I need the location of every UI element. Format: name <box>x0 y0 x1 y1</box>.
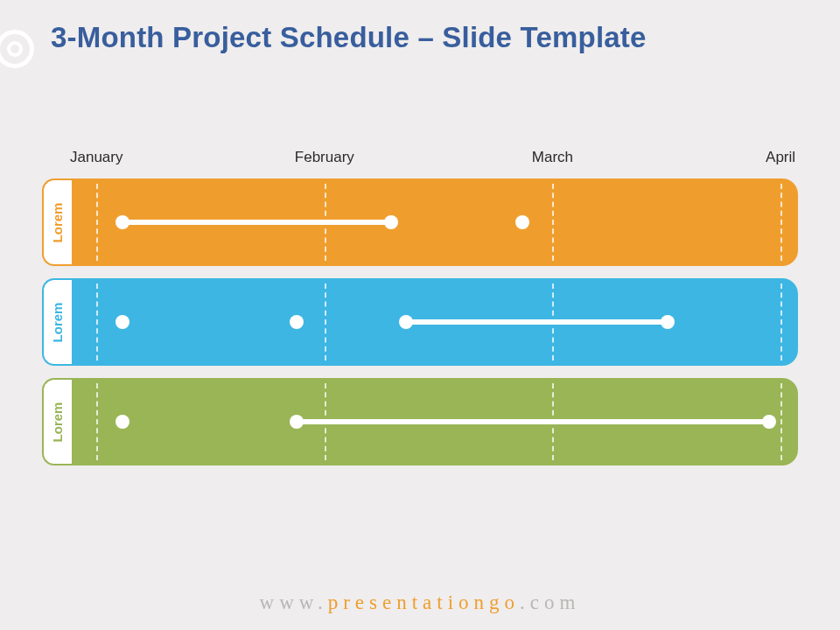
row-bar <box>72 278 798 366</box>
timeline-dot <box>661 315 675 329</box>
row-tab: Lorem <box>42 278 72 366</box>
row-bar <box>72 378 798 466</box>
month-gridline <box>96 284 98 360</box>
timeline-segment <box>297 419 769 424</box>
month-axis: January February March April <box>72 149 798 175</box>
schedule-chart: January February March April Lorem <box>42 149 798 481</box>
month-gridline <box>780 184 782 261</box>
footer-post: .com <box>520 592 580 613</box>
month-label: March <box>532 149 573 166</box>
row-bar <box>72 178 798 266</box>
month-gridline <box>552 184 554 261</box>
month-label: January <box>70 149 122 166</box>
month-label: April <box>766 149 795 166</box>
schedule-row: Lorem <box>42 278 798 366</box>
month-label: February <box>295 149 354 166</box>
schedule-rows: Lorem Lorem <box>42 178 798 466</box>
slide-title: 3-Month Project Schedule – Slide Templat… <box>51 19 805 56</box>
schedule-row: Lorem <box>42 378 798 466</box>
footer-pre: www. <box>260 592 328 613</box>
month-gridline <box>96 383 98 460</box>
row-tab-label: Lorem <box>51 202 66 242</box>
timeline-segment <box>406 319 668 325</box>
title-ornament-icon <box>0 30 34 68</box>
row-tab: Lorem <box>42 178 72 266</box>
timeline-dot <box>116 315 130 329</box>
schedule-row: Lorem <box>42 178 798 266</box>
timeline-dot <box>290 315 304 329</box>
timeline-dot <box>290 415 304 429</box>
timeline-dot <box>384 215 398 229</box>
timeline-segment <box>122 220 391 225</box>
footer-watermark: www.presentationgo.com <box>0 592 840 614</box>
footer-brand: presentationgo <box>328 592 520 613</box>
month-gridline <box>780 383 782 460</box>
timeline-dot <box>515 215 529 229</box>
timeline-dot <box>762 415 776 429</box>
month-gridline <box>96 184 98 261</box>
row-tab: Lorem <box>42 378 72 466</box>
row-tab-label: Lorem <box>51 302 66 342</box>
row-tab-label: Lorem <box>51 402 66 442</box>
timeline-dot <box>116 415 130 429</box>
month-gridline <box>780 284 782 360</box>
slide-title-wrap: 3-Month Project Schedule – Slide Templat… <box>51 19 805 56</box>
timeline-dot <box>399 315 413 329</box>
month-gridline <box>325 284 326 360</box>
timeline-dot <box>116 215 130 229</box>
